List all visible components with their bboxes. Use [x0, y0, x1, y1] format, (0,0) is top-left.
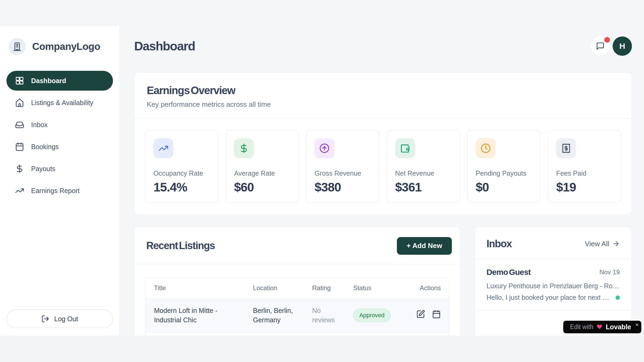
receipt-icon — [556, 138, 576, 158]
logout-icon — [41, 315, 49, 323]
sidebar-item-label: Inbox — [31, 121, 47, 129]
message-sender: Demo Guest — [486, 268, 531, 277]
logout-button[interactable]: Log Out — [6, 309, 113, 328]
sidebar-item-earnings-report[interactable]: Earnings Report — [6, 181, 113, 201]
metric-net-revenue: Net Revenue $361 — [387, 130, 460, 203]
listing-location-cell: Berlin, Berlin, Germany — [244, 298, 304, 332]
dollar-icon — [15, 164, 24, 173]
sidebar-item-listings[interactable]: Listings & Availability — [6, 93, 113, 113]
trending-up-icon — [153, 138, 173, 158]
metric-value: $60 — [234, 180, 290, 194]
edit-listing-button[interactable] — [416, 310, 425, 319]
view-all-link[interactable]: View All — [585, 240, 620, 248]
sidebar-item-label: Dashboard — [31, 77, 66, 85]
metric-value: 15.4% — [153, 180, 210, 194]
metric-label: Average Rate — [234, 169, 290, 177]
table-row: Modern Loft in Mitte - Industrial Chic B… — [145, 298, 449, 332]
metric-label: Pending Payouts — [476, 169, 532, 177]
earnings-title: Earnings Overview — [147, 84, 619, 97]
trending-up-icon — [15, 186, 24, 195]
logout-label: Log Out — [54, 315, 78, 323]
header-actions: H — [591, 36, 632, 56]
sidebar-item-dashboard[interactable]: Dashboard — [6, 71, 113, 91]
listings-table: Title Location Rating Status Actions Mod… — [145, 278, 449, 336]
status-badge: Approved — [353, 309, 391, 322]
sidebar-item-inbox[interactable]: Inbox — [6, 115, 113, 135]
user-avatar[interactable]: H — [613, 36, 632, 56]
message-subject: Luxury Penthouse in Prenzlauer Berg - Ro… — [486, 282, 620, 290]
badge-brand: Lovable — [606, 323, 631, 331]
badge-prefix: Edit with — [570, 323, 594, 331]
metric-fees-paid: Fees Paid $19 — [548, 130, 621, 203]
inbox-title: Inbox — [486, 238, 512, 250]
metric-label: Net Revenue — [395, 169, 452, 177]
sidebar-item-label: Earnings Report — [31, 187, 80, 195]
home-icon — [15, 98, 24, 107]
metric-value: $361 — [395, 180, 452, 194]
logo-text: CompanyLogo — [32, 41, 100, 52]
arrow-up-circle-icon — [314, 138, 334, 158]
sidebar-spacer — [6, 201, 113, 309]
badge-close-icon[interactable]: × — [635, 322, 639, 327]
inbox-header: Inbox View All — [475, 227, 632, 259]
column-header-actions: Actions — [397, 278, 449, 298]
column-header-rating: Rating — [303, 278, 345, 298]
table-header-row: Title Location Rating Status Actions — [145, 278, 449, 298]
view-all-label: View All — [585, 240, 609, 248]
main-header: Dashboard H — [134, 36, 632, 56]
column-header-title: Title — [145, 278, 244, 298]
sidebar-item-label: Bookings — [31, 143, 59, 151]
logo: CompanyLogo — [6, 38, 113, 55]
main-content: Dashboard H Earnings Overview Key perfor… — [120, 0, 644, 336]
listing-actions-cell — [397, 298, 449, 332]
listing-rating-cell: No reviews — [303, 298, 345, 332]
earnings-subtitle: Key performance metrics across all time — [147, 100, 619, 109]
metric-value: $0 — [476, 180, 532, 194]
metric-label: Fees Paid — [556, 169, 613, 177]
listing-calendar-button[interactable] — [432, 310, 441, 319]
inbox-card: Inbox View All Demo Guest Nov 19 Luxury … — [474, 227, 632, 336]
inbox-tray-icon — [15, 120, 24, 129]
lovable-heart-icon — [597, 323, 603, 331]
wallet-icon — [395, 138, 415, 158]
listings-table-wrapper: Title Location Rating Status Actions Mod… — [134, 264, 460, 336]
unread-indicator-dot — [616, 295, 620, 300]
dashboard-grid-icon — [15, 76, 24, 85]
column-header-status: Status — [345, 278, 397, 298]
recent-listings-card: Recent Listings + Add New Title Location… — [134, 227, 460, 336]
add-new-button[interactable]: + Add New — [397, 237, 452, 255]
company-logo-icon — [9, 38, 26, 55]
messages-button[interactable] — [591, 36, 610, 56]
sidebar-item-bookings[interactable]: Bookings — [6, 137, 113, 157]
metric-pending-payouts: Pending Payouts $0 — [467, 130, 540, 203]
page-title: Dashboard — [134, 39, 195, 53]
recent-listings-title: Recent Listings — [146, 240, 215, 252]
sidebar-item-label: Payouts — [31, 165, 55, 173]
calendar-icon — [432, 310, 441, 319]
listing-title-cell: Modern Loft in Mitte - Industrial Chic — [145, 298, 244, 332]
metric-label: Gross Revenue — [314, 169, 371, 177]
listing-status-cell: Approved — [345, 298, 397, 332]
chat-bubble-icon — [596, 42, 605, 50]
sidebar: CompanyLogo Dashboard Listings & Availab… — [0, 26, 120, 336]
metrics-row: Occupancy Rate 15.4% Average Rate $60 Gr… — [134, 119, 632, 215]
recent-listings-header: Recent Listings + Add New — [134, 227, 460, 264]
metric-gross-revenue: Gross Revenue $380 — [306, 130, 379, 203]
earnings-header: Earnings Overview Key performance metric… — [134, 73, 632, 118]
arrow-right-icon — [612, 240, 620, 248]
metric-value: $19 — [556, 180, 613, 194]
table-row-partial — [145, 332, 449, 336]
edit-with-lovable-badge[interactable]: Edit with Lovable × — [563, 321, 641, 333]
earnings-overview-card: Earnings Overview Key performance metric… — [134, 72, 632, 215]
metric-average-rate: Average Rate $60 — [226, 130, 299, 203]
inbox-message-item[interactable]: Demo Guest Nov 19 Luxury Penthouse in Pr… — [475, 260, 632, 311]
sidebar-item-label: Listings & Availability — [31, 99, 93, 107]
sidebar-nav: Dashboard Listings & Availability Inbox … — [6, 71, 113, 201]
sidebar-item-payouts[interactable]: Payouts — [6, 159, 113, 179]
app-frame: CompanyLogo Dashboard Listings & Availab… — [0, 0, 644, 336]
column-header-location: Location — [244, 278, 304, 298]
message-preview: Hello, I just booked your place for next… — [486, 294, 612, 301]
message-date: Nov 19 — [599, 268, 620, 276]
dollar-icon — [234, 138, 254, 158]
avatar-initial: H — [619, 42, 625, 51]
